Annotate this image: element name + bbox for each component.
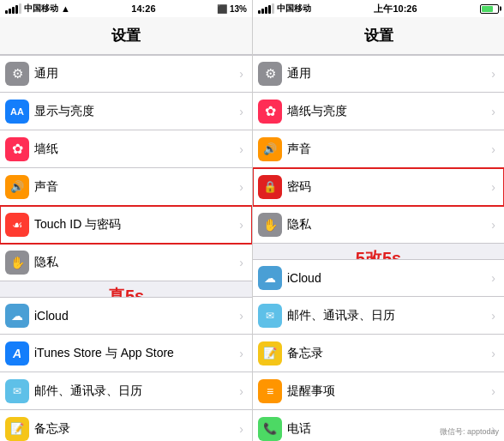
left-row-general[interactable]: ⚙ 通用 › — [0, 55, 252, 93]
right-row-wallpaper[interactable]: ✿ 墙纸与亮度 › — [253, 93, 504, 130]
privacy-icon-box: ✋ — [5, 251, 29, 275]
left-icon-wallpaper: ✿ — [0, 130, 34, 168]
right-status-right — [480, 4, 499, 14]
left-icon-notes: 📝 — [0, 410, 34, 442]
right-icon-wallpaper: ✿ — [253, 93, 287, 130]
left-icon-icloud: ☁ — [0, 297, 34, 335]
left-row-wallpaper[interactable]: ✿ 墙纸 › — [0, 130, 252, 168]
right-chevron-mail: › — [491, 309, 495, 323]
signal-icon — [5, 3, 21, 14]
right-icon-sound: 🔊 — [253, 130, 287, 168]
left-icon-touchid: ☙ — [0, 206, 34, 244]
right-icon-reminders: ≡ — [253, 372, 287, 410]
right-privacy-icon-box: ✋ — [258, 213, 282, 237]
right-row-privacy[interactable]: ✋ 隐私 › — [253, 206, 504, 244]
left-label-display: 显示与亮度 — [34, 104, 236, 119]
left-row-privacy[interactable]: ✋ 隐私 › — [0, 244, 252, 281]
left-chevron-touchid: › — [239, 218, 243, 232]
right-icon-phone: 📞 — [253, 410, 287, 442]
notes-icon-box-left: 📝 — [5, 417, 29, 441]
left-chevron-display: › — [239, 105, 243, 118]
carrier-left: 中国移动 — [24, 3, 58, 15]
left-chevron-wallpaper: › — [239, 142, 243, 156]
left-nav-bar: 设置 — [0, 17, 252, 55]
wifi-icon: ▲ — [61, 3, 70, 14]
left-row-display[interactable]: AA 显示与亮度 › — [0, 93, 252, 130]
left-row-itunes[interactable]: A iTunes Store 与 App Store › — [0, 335, 252, 372]
left-section-gap1: 真5s — [0, 281, 252, 297]
left-icon-privacy: ✋ — [0, 244, 34, 281]
right-status-bar: 中国移动 上午10:26 — [253, 0, 504, 17]
left-label-itunes: iTunes Store 与 App Store — [34, 346, 236, 361]
left-label-privacy: 隐私 — [34, 255, 236, 270]
right-section-gap1: 5改5s — [253, 244, 504, 259]
battery-fill-right — [482, 6, 493, 12]
left-row-notes[interactable]: 📝 备忘录 › — [0, 410, 252, 441]
right-status-left: 中国移动 — [258, 3, 311, 15]
right-nav-bar: 设置 — [253, 17, 504, 55]
mail-icon-box-left: ✉ — [5, 379, 29, 403]
mail-icon-box-right: ✉ — [258, 304, 282, 328]
general-icon-box: ⚙ — [5, 62, 29, 86]
left-chevron-sound: › — [239, 180, 243, 194]
right-row-icloud[interactable]: ☁ iCloud › — [253, 259, 504, 297]
left-label-touchid: Touch ID 与密码 — [34, 217, 236, 233]
left-nav-title: 设置 — [111, 26, 141, 45]
right-row-notes[interactable]: 📝 备忘录 › — [253, 335, 504, 372]
time-right: 上午10:26 — [374, 3, 417, 15]
left-row-sound[interactable]: 🔊 声音 › — [0, 168, 252, 206]
left-row-touchid[interactable]: ☙ Touch ID 与密码 › — [0, 206, 252, 244]
right-chevron-passcode: › — [491, 180, 495, 194]
left-chevron-privacy: › — [239, 256, 243, 269]
right-label-icloud: iCloud — [287, 271, 488, 285]
right-wallpaper-icon-box: ✿ — [258, 100, 282, 124]
right-sound-icon-box: 🔊 — [258, 137, 282, 161]
battery-icon-right — [480, 4, 499, 14]
left-row-mail[interactable]: ✉ 邮件、通讯录、日历 › — [0, 372, 252, 410]
right-chevron-general: › — [491, 67, 495, 81]
left-label-notes: 备忘录 — [34, 421, 236, 437]
reminders-icon-box: ≡ — [258, 379, 282, 403]
left-icon-sound: 🔊 — [0, 168, 34, 206]
right-label-wallpaper: 墙纸与亮度 — [287, 104, 488, 119]
notes-icon-box-right: 📝 — [258, 341, 282, 365]
right-label-sound: 声音 — [287, 142, 488, 157]
icloud-icon-box-right: ☁ — [258, 266, 282, 290]
touchid-icon-box: ☙ — [5, 213, 29, 237]
right-row-general[interactable]: ⚙ 通用 › — [253, 55, 504, 93]
right-chevron-icloud: › — [491, 271, 495, 285]
right-row-reminders[interactable]: ≡ 提醒事项 › — [253, 372, 504, 410]
wallpaper-icon-box: ✿ — [5, 137, 29, 161]
left-chevron-notes: › — [239, 422, 243, 436]
left-icon-general: ⚙ — [0, 55, 34, 93]
right-icon-passcode: 🔒 — [253, 168, 287, 206]
left-icon-itunes: A — [0, 335, 34, 372]
right-label-general: 通用 — [287, 66, 488, 82]
phone-icon-box: 📞 — [258, 417, 282, 441]
left-icon-display: AA — [0, 93, 34, 130]
right-chevron-privacy: › — [491, 218, 495, 232]
right-settings-group1: ⚙ 通用 › ✿ 墙纸与亮度 › 🔊 声音 › 🔒 密码 › — [253, 55, 504, 244]
right-label-passcode: 密码 — [287, 179, 488, 195]
right-row-mail[interactable]: ✉ 邮件、通讯录、日历 › — [253, 297, 504, 335]
battery-icon-left: ⬛ — [217, 4, 227, 14]
left-label-icloud: iCloud — [34, 309, 236, 323]
left-chevron-mail: › — [239, 384, 243, 398]
right-phone-panel: 中国移动 上午10:26 设置 ⚙ 通用 › ✿ 墙纸与亮度 › — [252, 0, 504, 441]
passcode-icon-box: 🔒 — [258, 175, 282, 199]
left-row-icloud[interactable]: ☁ iCloud › — [0, 297, 252, 335]
left-label-general: 通用 — [34, 66, 236, 82]
right-icon-privacy: ✋ — [253, 206, 287, 244]
display-icon-box: AA — [5, 100, 29, 124]
right-row-passcode[interactable]: 🔒 密码 › — [253, 168, 504, 206]
left-status-bar: 中国移动 ▲ 14:26 ⬛ 13% — [0, 0, 252, 17]
right-chevron-wallpaper: › — [491, 105, 495, 118]
carrier-right: 中国移动 — [277, 3, 311, 15]
right-row-sound[interactable]: 🔊 声音 › — [253, 130, 504, 168]
right-chevron-sound: › — [491, 142, 495, 156]
left-status-left: 中国移动 ▲ — [5, 3, 70, 15]
left-chevron-icloud: › — [239, 309, 243, 323]
right-icon-general: ⚙ — [253, 55, 287, 93]
left-label-wallpaper: 墙纸 — [34, 142, 236, 157]
watermark: 微信号: apptoday — [440, 426, 499, 438]
